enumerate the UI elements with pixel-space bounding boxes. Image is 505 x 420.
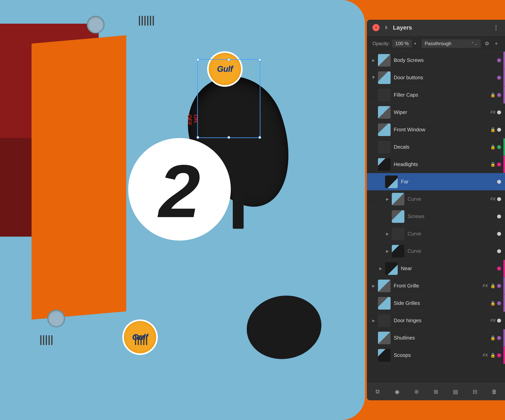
adjustment-toolbar-button[interactable]: ⊞ [431, 387, 441, 397]
layer-item-side-grilles[interactable]: Side Grilles🔒 [367, 295, 505, 312]
visibility-dot-curve-1[interactable] [497, 197, 501, 201]
fx-toolbar-button[interactable]: ⊛ [411, 387, 422, 397]
visibility-dot-decals[interactable] [497, 145, 501, 149]
visibility-dot-door-buttons[interactable] [497, 76, 501, 80]
layer-color-bar-decals [503, 138, 505, 156]
opacity-number: 100 % [395, 41, 409, 46]
layer-item-scoops[interactable]: ScoopsFX🔒 [367, 347, 505, 364]
lock-icon-decals: 🔒 [490, 144, 496, 150]
visibility-dot-scoops[interactable] [497, 353, 501, 357]
gulf-logo-top: Gulf [217, 64, 233, 74]
expand-arrow-curve-3[interactable]: ▶ [385, 248, 390, 254]
visibility-dot-far[interactable] [497, 180, 501, 184]
layer-item-body-screws[interactable]: ▶Body Screws [367, 52, 505, 69]
visibility-dot-screws[interactable] [497, 214, 501, 219]
visibility-dot-wiper[interactable] [497, 110, 501, 114]
duplicate-toolbar-button[interactable]: ⧉ [372, 387, 383, 397]
layer-thumb-curve-1 [392, 193, 404, 206]
layer-name-front-grille: Front Grille [394, 283, 481, 289]
layer-thumb-front-grille [378, 280, 391, 292]
bottom-toolbar: ⧉◉⊛⊞▤⊟🗑 [367, 383, 505, 400]
layer-thumb-body-screws [378, 54, 391, 67]
grid-toolbar-button[interactable]: ⊟ [470, 387, 480, 397]
visibility-dot-front-grille[interactable] [497, 284, 501, 288]
layer-name-door-buttons: Door buttons [394, 75, 494, 81]
layer-name-side-grilles: Side Grilles [394, 300, 489, 306]
layer-item-screws[interactable]: Screws [367, 208, 505, 225]
layer-name-curve-2: Curve [408, 231, 494, 237]
layer-item-near[interactable]: ▶Near [367, 260, 505, 277]
layer-icons-shutlines: 🔒 [490, 335, 496, 340]
blend-mode-arrows-icon: ⌃⌄ [471, 41, 478, 46]
visibility-dot-headlights[interactable] [497, 163, 501, 166]
layer-item-door-hinges[interactable]: ▶Door hingesFX [367, 312, 505, 329]
visibility-dot-door-hinges[interactable] [497, 319, 501, 323]
panel-close-button[interactable]: ✕ [372, 24, 379, 31]
add-button[interactable]: + [493, 40, 499, 48]
visibility-dot-side-grilles[interactable] [497, 301, 501, 305]
layer-color-bar-shutlines [503, 329, 505, 346]
lock-icon-side-grilles: 🔒 [490, 301, 496, 306]
layer-icons-front-grille: FX🔒 [483, 283, 496, 288]
visibility-dot-filler-caps[interactable] [497, 93, 501, 97]
layers-panel: ✕ ⏸ Layers Opacity: 100 % ▾ Passthrough … [367, 20, 505, 400]
layer-icons-filler-caps: 🔒 [490, 93, 496, 98]
layer-item-far[interactable]: Far [367, 173, 505, 190]
blend-mode-value: Passthrough [425, 41, 451, 46]
visibility-dot-near[interactable] [497, 267, 501, 270]
vent-group-top [138, 16, 155, 26]
layer-thumb-door-buttons [378, 71, 391, 84]
visibility-dot-shutlines[interactable] [497, 336, 501, 340]
opacity-value[interactable]: 100 % [392, 40, 412, 48]
delete-toolbar-button[interactable]: 🗑 [489, 387, 499, 397]
visibility-dot-body-screws[interactable] [497, 58, 501, 62]
layer-item-headlights[interactable]: Headlights🔒 [367, 156, 505, 173]
layer-item-filler-caps[interactable]: Filler Caps🔒 [367, 86, 505, 104]
visibility-dot-curve-3[interactable] [497, 249, 501, 253]
layer-icons-headlights: 🔒 [490, 162, 496, 167]
expand-arrow-body-screws[interactable]: ▶ [371, 57, 376, 63]
side-vent [233, 177, 244, 229]
expand-arrow-front-grille[interactable]: ▶ [371, 283, 376, 289]
opacity-label: Opacity: [372, 41, 390, 46]
layer-item-shutlines[interactable]: Shutlines🔒 [367, 329, 505, 347]
layer-icons-scoops: FX🔒 [483, 353, 496, 358]
gear-button[interactable]: ⚙ [483, 40, 491, 48]
layer-item-curve-1[interactable]: ▶CurveFX [367, 190, 505, 208]
menu-dot-3 [496, 29, 497, 30]
visibility-dot-front-window[interactable] [497, 128, 501, 132]
pause-icon: ⏸ [384, 25, 388, 30]
layer-item-curve-2[interactable]: ▶Curve [367, 225, 505, 243]
lock-icon-filler-caps: 🔒 [490, 93, 496, 98]
expand-arrow-curve-1[interactable]: ▶ [385, 196, 390, 202]
expand-arrow-near[interactable]: ▶ [378, 266, 384, 271]
orange-stripe [32, 35, 126, 320]
layer-item-wiper[interactable]: WiperFX [367, 104, 505, 121]
layer-icons-decals: 🔒 [490, 144, 496, 150]
layer-item-front-grille[interactable]: ▶Front GrilleFX🔒 [367, 277, 505, 295]
blend-mode-selector[interactable]: Passthrough ⌃⌄ [422, 39, 481, 48]
expand-arrow-door-buttons[interactable]: ▶ [371, 75, 376, 81]
expand-arrow-door-hinges[interactable]: ▶ [371, 318, 376, 323]
fx-badge-scoops: FX [483, 353, 488, 357]
layer-item-door-buttons[interactable]: ▶Door buttons [367, 69, 505, 86]
layer-thumb-scoops [378, 349, 391, 362]
layer-item-curve-3[interactable]: ▶Curve [367, 243, 505, 260]
group-toolbar-button[interactable]: ▤ [450, 387, 461, 397]
layer-item-front-window[interactable]: Front Window🔒 [367, 121, 505, 138]
opacity-row: Opacity: 100 % ▾ Passthrough ⌃⌄ ⚙ + [367, 36, 505, 52]
panel-title: Layers [393, 24, 489, 31]
mask-toolbar-button[interactable]: ◉ [392, 387, 402, 397]
panel-pause-button[interactable]: ⏸ [383, 24, 390, 31]
layer-item-decals[interactable]: Decals🔒 [367, 138, 505, 156]
visibility-dot-curve-2[interactable] [497, 232, 501, 236]
panel-menu-button[interactable] [492, 24, 499, 31]
layer-icons-front-window: 🔒 [490, 127, 496, 132]
layer-list[interactable]: ▶Body Screws▶Door buttonsFiller Caps🔒Wip… [367, 52, 505, 383]
expand-arrow-curve-2[interactable]: ▶ [385, 231, 390, 237]
vent-group-bottom-right [134, 335, 148, 345]
gas-cap-top [87, 16, 105, 33]
close-icon: ✕ [375, 26, 377, 30]
race-number: 2 [159, 154, 200, 229]
lock-icon-front-window: 🔒 [490, 127, 496, 132]
